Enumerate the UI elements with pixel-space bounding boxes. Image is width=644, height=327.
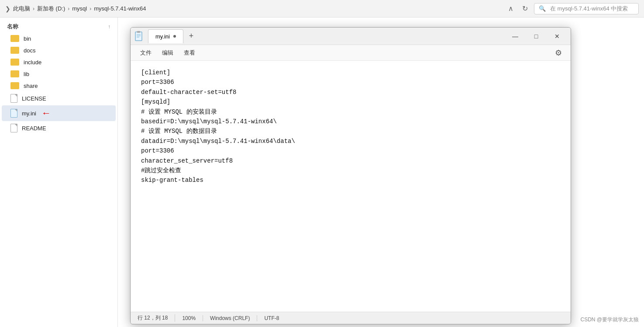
file-icon-myini (10, 109, 17, 118)
folder-icon-bin (10, 35, 19, 42)
refresh-button[interactable]: ↻ (520, 3, 530, 14)
status-encoding: UTF-8 (257, 315, 286, 321)
minimize-button[interactable]: — (505, 29, 525, 43)
status-zoom: 100% (175, 315, 203, 321)
tab-modified-dot (173, 35, 176, 38)
breadcrumb-pc[interactable]: 此电脑 (13, 5, 30, 13)
sidebar-item-include[interactable]: include (2, 56, 116, 68)
search-placeholder: 在 mysql-5.7.41-winx64 中搜索 (550, 5, 628, 13)
sidebar-item-bin-label: bin (24, 35, 31, 42)
breadcrumb-sep2: › (68, 6, 69, 12)
sidebar-item-readme[interactable]: README (2, 122, 116, 135)
sidebar-item-license[interactable]: LICENSE (2, 92, 116, 105)
breadcrumb-mysql[interactable]: mysql (72, 5, 87, 12)
breadcrumb: ❯ 此电脑 › 新加卷 (D:) › mysql › mysql-5.7.41-… (5, 5, 506, 13)
sidebar-name-label: 名称 (7, 23, 18, 31)
notepad-titlebar: my.ini + — □ ✕ (131, 28, 571, 45)
status-line-ending: Windows (CRLF) (203, 315, 257, 321)
notepad-editor[interactable]: [client] port=3306 default-character-set… (131, 61, 571, 312)
up-button[interactable]: ∧ (506, 3, 516, 14)
notepad-tab[interactable]: my.ini (148, 29, 183, 43)
breadcrumb-icon: ❯ (5, 5, 10, 12)
breadcrumb-folder[interactable]: mysql-5.7.41-winx64 (94, 5, 146, 12)
svg-rect-0 (135, 32, 142, 41)
sort-icon[interactable]: ↑ (108, 24, 110, 30)
sidebar-item-readme-label: README (22, 125, 46, 132)
svg-rect-1 (137, 31, 140, 33)
sidebar-item-myini-label: my.ini (22, 110, 36, 117)
breadcrumb-drive[interactable]: 新加卷 (D:) (37, 5, 65, 13)
sidebar-item-lib[interactable]: lib (2, 68, 116, 80)
notepad-statusbar: 行 12，列 18 100% Windows (CRLF) UTF-8 (131, 312, 571, 324)
arrow-indicator: ← (41, 108, 51, 119)
sidebar-item-docs-label: docs (24, 47, 35, 54)
sidebar-item-license-label: LICENSE (22, 95, 46, 102)
folder-icon-share (10, 82, 19, 89)
explorer-titlebar: ❯ 此电脑 › 新加卷 (D:) › mysql › mysql-5.7.41-… (0, 0, 644, 17)
notepad-menubar: 文件 编辑 查看 ⚙ (131, 45, 571, 61)
close-button[interactable]: ✕ (547, 29, 567, 43)
breadcrumb-sep3: › (90, 6, 91, 12)
file-sidebar: 名称 ↑ bin docs include lib share (0, 17, 118, 327)
sidebar-item-include-label: include (24, 59, 41, 66)
maximize-button[interactable]: □ (526, 29, 546, 43)
sidebar-item-share[interactable]: share (2, 80, 116, 91)
menu-edit[interactable]: 编辑 (158, 47, 178, 59)
sidebar-item-share-label: share (24, 83, 38, 89)
folder-icon-lib (10, 70, 19, 77)
search-icon: 🔍 (539, 5, 546, 12)
breadcrumb-sep1: › (33, 6, 34, 12)
notepad-app-icon (134, 31, 145, 42)
sidebar-header: 名称 ↑ (0, 21, 117, 32)
search-box[interactable]: 🔍 在 mysql-5.7.41-winx64 中搜索 (534, 3, 639, 14)
window-controls: — □ ✕ (505, 29, 567, 43)
status-position: 行 12，列 18 (138, 314, 175, 322)
new-tab-button[interactable]: + (185, 30, 197, 42)
file-icon-license (10, 94, 17, 103)
notepad-window: my.ini + — □ ✕ 文件 编辑 查看 ⚙ [client] port=… (130, 27, 571, 324)
sidebar-item-lib-label: lib (24, 71, 29, 77)
folder-icon-include (10, 59, 19, 66)
menu-file[interactable]: 文件 (136, 47, 156, 59)
file-icon-readme (10, 124, 17, 132)
sidebar-item-bin[interactable]: bin (2, 33, 116, 44)
folder-icon-docs (10, 47, 19, 54)
watermark: CSDN @要学就学灰太狼 (580, 316, 639, 324)
sidebar-item-myini[interactable]: my.ini ← (2, 105, 116, 121)
sidebar-item-docs[interactable]: docs (2, 45, 116, 56)
tab-title: my.ini (155, 33, 170, 40)
menu-view[interactable]: 查看 (179, 47, 200, 59)
settings-button[interactable]: ⚙ (551, 46, 565, 60)
